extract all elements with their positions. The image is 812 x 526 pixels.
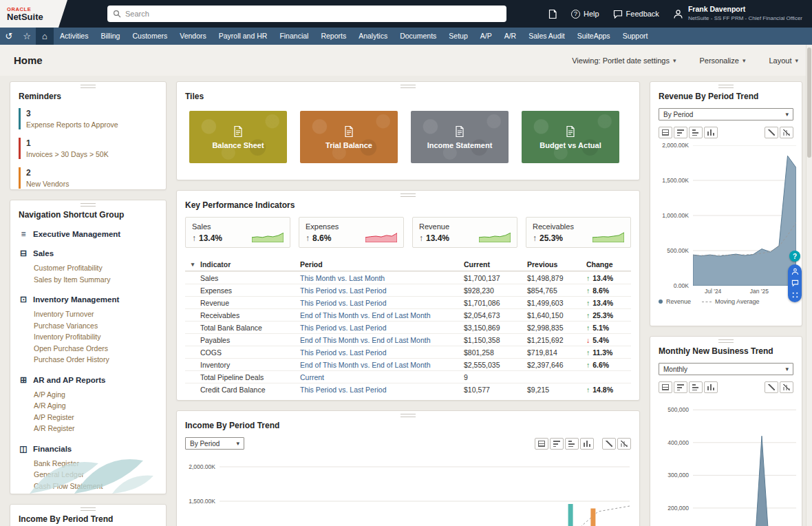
scrollbar-thumb[interactable] <box>807 48 811 158</box>
shortcut-item[interactable]: Inventory Turnover <box>19 308 158 320</box>
nav-menu-item[interactable]: Customers <box>126 28 173 45</box>
shortcut-item[interactable]: Sales by Item Summary <box>19 274 158 286</box>
kpi-period-link[interactable]: This Period vs. Last Period <box>300 299 464 307</box>
shortcut-item[interactable]: ≡ Executive Management <box>19 229 158 239</box>
dock-grid-icon[interactable] <box>791 291 799 299</box>
portlet-drag-handle[interactable] <box>81 203 96 207</box>
report-tile[interactable]: Trial Balance <box>300 111 398 163</box>
home-tab[interactable]: ⌂ <box>36 28 54 45</box>
portlet-drag-handle[interactable] <box>400 193 416 197</box>
kpi-period-link[interactable]: This Period vs. Last Period <box>300 286 464 295</box>
chart-type-button[interactable] <box>674 381 687 393</box>
personalize-control[interactable]: Personalize ▾ <box>699 56 745 65</box>
search-input[interactable] <box>125 10 501 18</box>
shortcut-item[interactable]: A/R Aging <box>19 400 158 412</box>
shortcut-item[interactable]: ⊡ Inventory Management <box>19 295 158 304</box>
chart-type-button[interactable] <box>780 381 793 393</box>
shortcut-item[interactable]: A/P Aging <box>19 389 158 401</box>
shortcut-item[interactable]: Purchase Order History <box>19 354 158 366</box>
nav-menu-item[interactable]: Vendors <box>173 28 213 45</box>
nav-menu-item[interactable]: SuiteApps <box>571 28 617 45</box>
portlet-drag-handle[interactable] <box>400 414 416 417</box>
kpi-period-link[interactable]: This Period vs. Last Period <box>300 324 464 332</box>
kpi-period-link[interactable]: This Period vs. Last Period <box>300 386 464 394</box>
feedback-button[interactable]: Feedback <box>613 10 659 19</box>
shortcut-item[interactable]: Open Purchase Orders <box>19 343 158 355</box>
viewing-settings-control[interactable]: Viewing: Portlet date settings ▾ <box>572 56 676 65</box>
income-period-select[interactable]: By Period ▾ <box>185 437 244 450</box>
reminder-item[interactable]: 1 Invoices > 30 Days > 50K <box>19 138 158 159</box>
shortcut-item[interactable]: Bank Register <box>19 458 158 470</box>
shortcut-item[interactable]: A/R Register <box>19 423 158 434</box>
chart-type-button[interactable] <box>765 127 778 138</box>
legend-revenue[interactable]: Revenue <box>659 298 691 305</box>
report-tile[interactable]: Budget vs Actual <box>522 111 619 163</box>
recent-records-icon[interactable]: ↺ <box>0 28 18 45</box>
chart-type-button[interactable] <box>765 381 778 393</box>
netsuite-logo[interactable]: ORACLE NetSuite <box>0 0 67 28</box>
chart-type-button[interactable] <box>704 127 718 138</box>
kpi-period-link[interactable]: Current <box>300 373 464 381</box>
global-search[interactable] <box>107 6 506 22</box>
kpi-card[interactable]: Receivables 25.3% <box>526 217 631 248</box>
layout-control[interactable]: Layout ▾ <box>769 56 798 65</box>
shortcut-item[interactable]: Inventory Profitability <box>19 331 158 343</box>
kpi-card[interactable]: Revenue 13.4% <box>412 217 517 248</box>
kpi-expand-caret[interactable]: ▾ <box>185 261 200 268</box>
nav-menu-item[interactable]: Support <box>617 28 654 45</box>
chart-type-button[interactable] <box>780 127 793 138</box>
shortcut-item[interactable]: ⊞ AR and AP Reports <box>19 375 158 385</box>
shortcut-item[interactable]: ◫ Financials <box>19 444 158 454</box>
reminder-item[interactable]: 2 New Vendors <box>19 167 158 189</box>
legend-moving-average[interactable]: Moving Average <box>702 298 759 305</box>
nav-menu-item[interactable]: Sales Audit <box>522 28 571 45</box>
chart-type-button[interactable] <box>659 381 672 393</box>
kpi-period-link[interactable]: This Period vs. Last Period <box>300 348 464 357</box>
floating-help-button[interactable]: ? <box>789 251 800 262</box>
report-tile[interactable]: Income Statement <box>411 111 509 163</box>
chart-type-button[interactable] <box>704 381 718 393</box>
report-tile[interactable]: Balance Sheet <box>189 111 287 163</box>
shortcut-item[interactable]: A/P Register <box>19 412 158 423</box>
chart-type-button[interactable] <box>659 127 672 138</box>
user-menu[interactable]: Frank Davenport NetSuite - SS FF PRM - C… <box>673 6 802 22</box>
chart-type-button[interactable] <box>565 438 579 450</box>
revenue-period-select[interactable]: By Period ▾ <box>659 108 793 120</box>
monthly-period-select[interactable]: Monthly ▾ <box>659 363 793 375</box>
nav-menu-item[interactable]: Analytics <box>352 28 394 45</box>
shortcuts-star-icon[interactable]: ☆ <box>18 28 36 45</box>
shortcut-item[interactable]: ⊟ Sales <box>19 249 158 258</box>
nav-menu-item[interactable]: Reports <box>314 28 352 45</box>
shortcut-item[interactable]: General Ledger <box>19 469 158 481</box>
portlet-drag-handle[interactable] <box>81 85 96 88</box>
kpi-period-link[interactable]: End of This Month vs. End of Last Month <box>300 361 464 369</box>
kpi-card[interactable]: Expenses 8.6% <box>299 217 404 248</box>
nav-menu-item[interactable]: Payroll and HR <box>213 28 274 45</box>
portlet-drag-handle[interactable] <box>718 85 734 88</box>
portlet-drag-handle[interactable] <box>400 85 416 88</box>
chart-type-button[interactable] <box>674 127 687 138</box>
chart-type-button[interactable] <box>689 381 703 393</box>
quick-note-icon[interactable] <box>548 9 557 19</box>
chart-type-button[interactable] <box>602 438 616 450</box>
nav-menu-item[interactable]: Activities <box>54 28 94 45</box>
reminder-item[interactable]: 3 Expense Reports to Approve <box>19 108 158 129</box>
chart-type-button[interactable] <box>689 127 703 138</box>
page-scrollbar[interactable] <box>806 45 812 526</box>
chart-type-button[interactable] <box>617 438 631 450</box>
chart-type-button[interactable] <box>580 438 594 450</box>
dock-user-icon[interactable] <box>791 268 799 275</box>
portlet-drag-handle[interactable] <box>718 339 734 343</box>
nav-menu-item[interactable]: A/R <box>498 28 523 45</box>
kpi-card[interactable]: Sales 13.4% <box>185 217 290 248</box>
shortcut-item[interactable]: Cash Flow Statement <box>19 481 158 492</box>
shortcut-item[interactable]: Purchase Variances <box>19 320 158 332</box>
kpi-period-link[interactable]: End of This Month vs. End of Last Month <box>300 336 464 344</box>
nav-menu-item[interactable]: A/P <box>474 28 498 45</box>
dock-chat-icon[interactable] <box>791 280 799 287</box>
chart-type-button[interactable] <box>535 438 548 450</box>
help-menu[interactable]: ? Help <box>571 10 599 19</box>
nav-menu-item[interactable]: Documents <box>394 28 442 45</box>
nav-menu-item[interactable]: Billing <box>94 28 126 45</box>
portlet-drag-handle[interactable] <box>81 507 96 511</box>
